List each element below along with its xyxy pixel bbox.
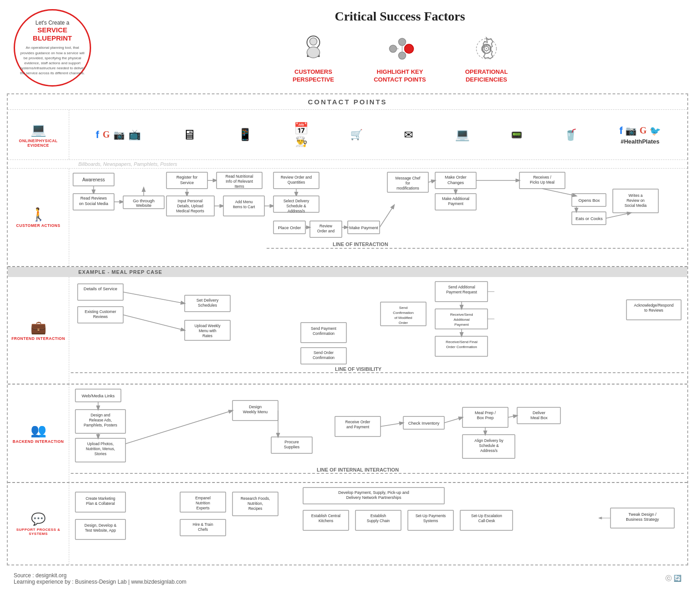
svg-text:Set-Up Escalation: Set-Up Escalation xyxy=(471,513,502,518)
svg-text:Changes: Changes xyxy=(447,180,464,185)
svg-line-86 xyxy=(542,189,577,196)
gear-icon: ⚙ xyxy=(470,33,502,65)
evidence-icon: 💻 xyxy=(31,122,46,137)
svg-text:Items to Cart: Items to Cart xyxy=(233,205,255,209)
svg-text:Create Marketing: Create Marketing xyxy=(86,496,115,501)
backend-content: Web/Media Links Design and Release Ads, … xyxy=(69,385,687,482)
svg-text:LINE OF VISIBILITY: LINE OF VISIBILITY xyxy=(335,366,382,372)
svg-text:Menu with: Menu with xyxy=(199,329,216,333)
svg-point-6 xyxy=(404,44,414,53)
svg-point-5 xyxy=(399,38,406,46)
backend-flow-svg: Web/Media Links Design and Release Ads, … xyxy=(69,385,687,480)
svg-text:Experts: Experts xyxy=(196,506,210,510)
svg-text:Web/Media Links: Web/Media Links xyxy=(82,393,115,398)
svg-text:Confirmation: Confirmation xyxy=(312,331,334,336)
svg-text:Set-Up Payments: Set-Up Payments xyxy=(415,513,446,518)
svg-text:Acknowledge/Respond: Acknowledge/Respond xyxy=(634,303,674,308)
support-flow-svg: Create Marketing Plan & Collateral Desig… xyxy=(69,483,687,563)
svg-text:Payment Request: Payment Request xyxy=(446,290,477,294)
svg-text:Schedule &: Schedule & xyxy=(286,204,307,208)
evidence-social-right: f 📷 G 🐦 xyxy=(619,125,661,137)
chef-icon: 👨‍🍳 xyxy=(295,136,307,148)
svg-text:Confirmation: Confirmation xyxy=(393,311,414,315)
contact-points-header: CONTACT POINTS xyxy=(8,94,687,110)
meal-icon: 🥤 xyxy=(564,128,577,141)
computer-icon: 💻 xyxy=(455,128,470,142)
svg-text:⚙: ⚙ xyxy=(483,44,490,53)
lets-create-text: Let's Create a xyxy=(36,20,69,26)
svg-text:Pamphlets, Posters: Pamphlets, Posters xyxy=(84,423,118,427)
service-blueprint-title: SERVICE BLUEPRINT xyxy=(20,26,85,42)
message-icon: ✉ xyxy=(404,128,413,141)
svg-text:Send Additional: Send Additional xyxy=(448,285,475,289)
svg-text:Confirmation: Confirmation xyxy=(312,355,334,360)
laptop-icon: 🖥 xyxy=(183,127,196,143)
svg-text:Writes a: Writes a xyxy=(629,193,643,198)
svg-text:Picks Up Meal: Picks Up Meal xyxy=(530,180,554,185)
frontend-icon: 💼 xyxy=(31,320,46,335)
contact-points-label: HIGHLIGHT KEY CONTACT POINTS xyxy=(370,68,429,84)
svg-text:Nutrition,: Nutrition, xyxy=(247,501,263,506)
svg-text:Receive Order: Receive Order xyxy=(345,420,370,424)
svg-text:Align Delivery by: Align Delivery by xyxy=(475,438,504,443)
svg-text:Send: Send xyxy=(399,306,408,310)
phone-small-icon: 📟 xyxy=(511,129,522,140)
svg-text:Establish Central: Establish Central xyxy=(311,513,340,518)
svg-text:Upload Photos,: Upload Photos, xyxy=(87,441,113,446)
factor-contact-points: HIGHLIGHT KEY CONTACT POINTS xyxy=(370,33,429,84)
customer-actions-label: 🚶 CUSTOMER ACTIONS xyxy=(8,169,69,266)
svg-text:Details of Service: Details of Service xyxy=(84,286,118,291)
svg-text:Place Order: Place Order xyxy=(278,225,301,230)
calendar-icon: 📅 xyxy=(294,122,308,136)
svg-text:Review Order and: Review Order and xyxy=(281,175,312,180)
svg-line-103 xyxy=(123,292,185,303)
svg-text:Nutrition: Nutrition xyxy=(196,501,210,505)
svg-text:Supplies: Supplies xyxy=(284,445,300,449)
svg-line-170 xyxy=(381,423,404,426)
svg-text:Set Delivery: Set Delivery xyxy=(196,298,219,303)
twitter-icon: 🐦 xyxy=(649,125,661,136)
frontend-label: 💼 FRONTEND INTERACTION xyxy=(8,277,69,384)
svg-point-3 xyxy=(307,47,320,58)
factors-row: CUSTOMERS PERSPECTIVE HIGHLIGHT KEY CONT xyxy=(118,33,681,84)
evidence-row: 💻 ONLINE/PHYSICAL EVIDENCE f G 📷 📺 🖥 📱 📅… xyxy=(8,110,687,160)
svg-text:Make Payment: Make Payment xyxy=(349,225,378,230)
svg-text:Payment: Payment xyxy=(455,323,469,327)
svg-text:Call-Desk: Call-Desk xyxy=(478,518,496,523)
svg-text:Box Prep: Box Prep xyxy=(477,416,494,420)
svg-text:Receive/Send Final: Receive/Send Final xyxy=(446,340,478,344)
svg-text:Payment: Payment xyxy=(448,201,464,206)
bag-icon: 🛒 xyxy=(350,129,363,141)
evidence-social-left: f G 📷 📺 xyxy=(96,129,141,141)
svg-text:for: for xyxy=(406,181,410,185)
svg-text:Procure: Procure xyxy=(285,440,299,444)
customer-actions-row: 🚶 CUSTOMER ACTIONS Awareness Read Review… xyxy=(8,169,687,267)
source-text: Source : designkit.org xyxy=(14,572,186,579)
footer-icons: ⓒ 🔄 xyxy=(665,575,681,583)
svg-text:Order Confirmation: Order Confirmation xyxy=(446,345,477,349)
backend-label-text: BACKEND INTERACTION xyxy=(13,439,64,444)
frontend-label-text: FRONTEND INTERACTION xyxy=(11,336,65,341)
svg-line-82 xyxy=(380,205,394,227)
svg-text:Kitchens: Kitchens xyxy=(318,518,333,523)
svg-text:Test Website, App: Test Website, App xyxy=(85,528,116,533)
svg-text:Additional: Additional xyxy=(454,318,470,322)
svg-text:to Reviews: to Reviews xyxy=(644,308,664,313)
svg-text:Schedule &: Schedule & xyxy=(479,443,499,448)
svg-text:Social Media: Social Media xyxy=(624,203,647,208)
support-content: Create Marketing Plan & Collateral Desig… xyxy=(69,483,687,565)
deficiencies-label: OPERATIONAL DEFICIENCIES xyxy=(457,68,516,84)
backend-label: 👥 BACKEND INTERACTION xyxy=(8,385,69,482)
mobile-icon: 📱 xyxy=(238,128,252,142)
frontend-content: Details of Service Existing Customer Rev… xyxy=(69,277,687,384)
svg-text:Receive/Send: Receive/Send xyxy=(450,313,473,317)
backend-icon: 👥 xyxy=(31,423,46,438)
svg-text:Info of Relevant: Info of Relevant xyxy=(226,179,253,184)
svg-text:Meal Box: Meal Box xyxy=(531,416,548,420)
svg-text:Input Personal: Input Personal xyxy=(178,199,203,203)
svg-text:of Modified: of Modified xyxy=(394,316,412,320)
svg-text:Deliver: Deliver xyxy=(532,411,545,415)
support-icon: 💬 xyxy=(31,512,46,526)
svg-text:Send Order: Send Order xyxy=(314,350,334,355)
svg-text:Make Additional: Make Additional xyxy=(442,196,469,201)
